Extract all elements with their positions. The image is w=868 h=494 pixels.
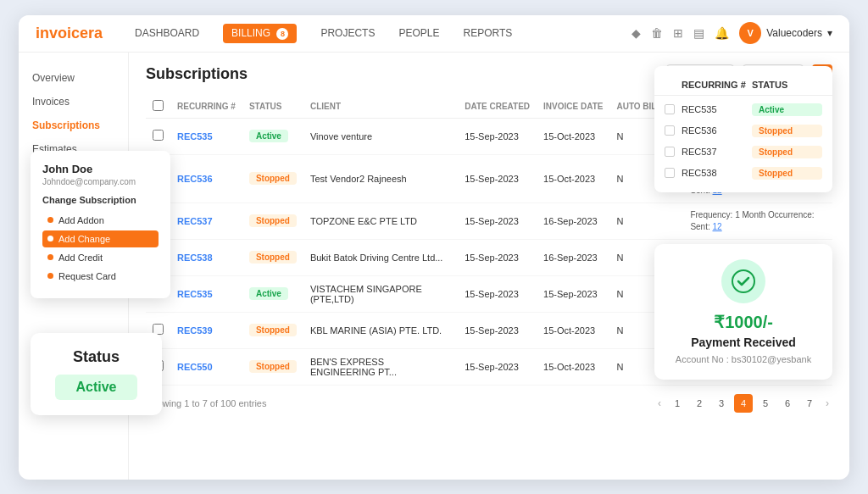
- row-date-created: 15-Sep-2023: [458, 275, 537, 312]
- credit-menu-item[interactable]: Add Credit: [42, 249, 159, 266]
- next-page-button[interactable]: ›: [822, 397, 832, 409]
- filter-checkbox-3[interactable]: [665, 168, 675, 178]
- row-invoice-date: 15-Oct-2023: [537, 348, 609, 385]
- nav-right: ◆ 🗑 ⊞ ▤ 🔔 V Valuecoders ▾: [632, 22, 832, 44]
- row-recurring: REC536: [170, 154, 242, 203]
- page-7[interactable]: 7: [800, 394, 819, 413]
- status-card-badge: Active: [55, 375, 136, 400]
- nav-projects[interactable]: PROJECTS: [320, 27, 375, 39]
- addon-menu-item[interactable]: Add Addon: [42, 212, 159, 229]
- nav-dashboard[interactable]: DASHBOARD: [135, 27, 199, 39]
- page-2[interactable]: 2: [690, 394, 709, 413]
- user-card-email: Johndoe@company.com: [42, 177, 159, 186]
- main-window: invoicera DASHBOARD BILLING 8 PROJECTS P…: [19, 15, 849, 480]
- row-status: Stopped: [242, 239, 303, 275]
- filter-checkbox-2[interactable]: [665, 147, 675, 157]
- col-recurring: RECURRING #: [170, 95, 242, 119]
- page-4[interactable]: 4: [734, 394, 753, 413]
- row-recurring: REC550: [170, 348, 242, 385]
- dot-icon: [47, 254, 53, 260]
- col-client: CLIENT: [303, 95, 458, 119]
- row-recurring: REC539: [170, 312, 242, 348]
- diamond-icon[interactable]: ◆: [632, 26, 641, 40]
- svg-point-0: [732, 270, 754, 292]
- row-checkbox[interactable]: [153, 130, 164, 141]
- page-title: Subscriptions: [146, 65, 248, 83]
- row-date-created: 15-Sep-2023: [458, 154, 537, 203]
- sidebar-item-subscriptions[interactable]: Subscriptions: [19, 114, 128, 137]
- filter-col-recurring: RECURRING #: [682, 80, 752, 90]
- row-client: BEN'S EXPRESS ENGINEERING PT...: [303, 348, 458, 385]
- row-invoice-date: 16-Sep-2023: [537, 203, 609, 239]
- status-card-label: Status: [44, 348, 148, 366]
- row-invoice-date: 16-Sep-2023: [537, 239, 609, 275]
- layout-icon[interactable]: ▤: [693, 26, 704, 40]
- nav-people[interactable]: PEOPLE: [398, 27, 439, 39]
- row-status: Stopped: [242, 154, 303, 203]
- user-card-name: John Doe: [42, 163, 159, 175]
- filter-id-2: REC537: [682, 147, 752, 157]
- sidebar-item-overview[interactable]: Overview: [19, 66, 128, 90]
- col-invoice-date: INVOICE DATE: [537, 95, 609, 119]
- dot-icon: [47, 273, 53, 279]
- filter-status-3: Stopped: [752, 167, 822, 180]
- nav-reports[interactable]: REPORTS: [463, 27, 512, 39]
- payment-success-icon: [721, 259, 765, 303]
- page-3[interactable]: 3: [712, 394, 731, 413]
- filter-status-0: Active: [752, 103, 822, 116]
- col-date-created: DATE CREATED: [458, 95, 537, 119]
- sidebar-item-invoices[interactable]: Invoices: [19, 90, 128, 114]
- row-client: Test Vendor2 Rajneesh: [303, 154, 458, 203]
- trash-icon[interactable]: 🗑: [651, 26, 663, 40]
- row-recurring: REC535: [170, 118, 242, 154]
- billing-badge: 8: [276, 28, 288, 40]
- nav-billing[interactable]: BILLING 8: [223, 24, 297, 43]
- filter-checkbox-0[interactable]: [665, 104, 675, 114]
- prev-page-button[interactable]: ‹: [654, 397, 665, 409]
- filter-checkbox-1[interactable]: [665, 125, 675, 136]
- app-logo: invoicera: [36, 25, 103, 42]
- row-client: TOPZONE E&C PTE LTD: [303, 203, 458, 239]
- page-numbers: ‹ 1 2 3 4 5 6 7 ›: [654, 394, 832, 413]
- filter-status-1: Stopped: [752, 125, 822, 137]
- filter-header: RECURRING # STATUS: [654, 75, 832, 96]
- change-subscription-label: Change Subscription: [42, 195, 159, 205]
- dot-icon: [47, 217, 53, 223]
- pagination: Showing 1 to 7 of 100 entries ‹ 1 2 3 4 …: [146, 394, 832, 413]
- user-menu[interactable]: V Valuecoders ▾: [739, 22, 832, 44]
- row-date-created: 15-Sep-2023: [458, 118, 537, 154]
- page-5[interactable]: 5: [756, 394, 775, 413]
- select-all-checkbox[interactable]: [153, 100, 164, 111]
- user-name: Valuecoders: [766, 27, 822, 39]
- page-1[interactable]: 1: [668, 394, 687, 413]
- grid-icon[interactable]: ⊞: [673, 26, 683, 40]
- row-recurring: REC535: [170, 275, 242, 312]
- row-recurring: REC537: [170, 203, 242, 239]
- filter-dropdown: RECURRING # STATUS REC535 Active REC536 …: [654, 66, 832, 192]
- payment-card: ₹1000/- Payment Received Account No : bs…: [654, 244, 832, 380]
- request-card-menu-item[interactable]: Request Card: [42, 268, 159, 285]
- row-invoice-date: 15-Oct-2023: [537, 118, 609, 154]
- payment-amount: ₹1000/-: [668, 312, 819, 332]
- filter-row-3: REC538 Stopped: [654, 163, 832, 184]
- filter-id-1: REC536: [682, 125, 752, 136]
- row-invoice-date: 15-Sep-2023: [537, 275, 609, 312]
- change-menu-item[interactable]: Add Change: [42, 230, 159, 247]
- filter-id-3: REC538: [682, 168, 752, 178]
- dot-icon: [47, 236, 53, 241]
- row-client: KBL MARINE (ASIA) PTE. LTD.: [303, 312, 458, 348]
- table-row[interactable]: REC537 Stopped TOPZONE E&C PTE LTD 15-Se…: [146, 203, 832, 239]
- row-status: Active: [242, 275, 303, 312]
- row-client: Vinove venture: [303, 118, 458, 154]
- page-6[interactable]: 6: [778, 394, 797, 413]
- chevron-down-icon: ▾: [827, 27, 832, 39]
- row-date-created: 15-Sep-2023: [458, 312, 537, 348]
- row-client: VISTACHEM SINGAPORE (PTE,LTD): [303, 275, 458, 312]
- row-invoice-date: 15-Oct-2023: [537, 154, 609, 203]
- bell-icon[interactable]: 🔔: [715, 26, 729, 40]
- row-client: Bukit Batok Driving Centre Ltd...: [303, 239, 458, 275]
- user-card: John Doe Johndoe@company.com Change Subs…: [31, 151, 170, 298]
- row-date-created: 15-Sep-2023: [458, 239, 537, 275]
- topnav: invoicera DASHBOARD BILLING 8 PROJECTS P…: [19, 15, 849, 53]
- row-date-created: 15-Sep-2023: [458, 348, 537, 385]
